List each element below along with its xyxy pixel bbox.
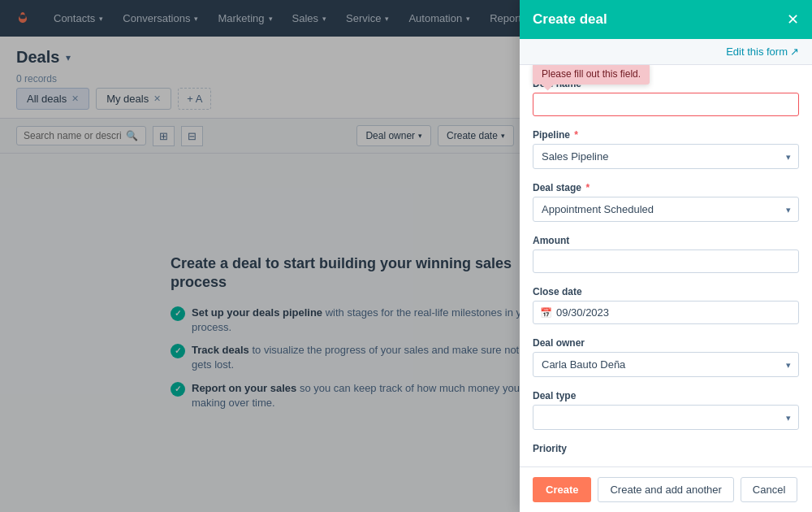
- deal-owner-select-wrap: Carla Bauto Deña: [533, 352, 799, 377]
- external-link-icon: ↗: [790, 46, 799, 58]
- close-date-wrap: 📅: [533, 301, 799, 324]
- modal-header: Create deal ✕: [520, 0, 812, 39]
- modal-subheader: Edit this form ↗: [520, 39, 812, 65]
- close-date-input[interactable]: [533, 301, 799, 324]
- deal-name-tooltip-wrap: Please fill out this field.: [533, 93, 799, 116]
- create-deal-modal: Create deal ✕ Edit this form ↗ Deal name…: [520, 0, 812, 512]
- create-and-add-button[interactable]: Create and add another: [598, 477, 733, 502]
- deal-name-input[interactable]: [533, 93, 799, 116]
- deal-name-group: Deal name * Please fill out this field.: [533, 78, 799, 116]
- deal-owner-group: Deal owner Carla Bauto Deña: [533, 337, 799, 377]
- pipeline-label: Pipeline *: [533, 129, 799, 141]
- tooltip-box: Please fill out this field.: [533, 65, 650, 85]
- modal-title: Create deal: [533, 11, 607, 28]
- deal-stage-label: Deal stage *: [533, 182, 799, 193]
- close-date-label: Close date: [533, 286, 799, 297]
- deal-type-select-wrap: [533, 405, 799, 430]
- pipeline-select-wrap: Sales Pipeline: [533, 144, 799, 169]
- deal-stage-required: *: [585, 182, 590, 193]
- edit-form-link[interactable]: Edit this form ↗: [726, 46, 799, 58]
- deal-stage-select-wrap: Appointment Scheduled: [533, 197, 799, 222]
- modal-footer: Create Create and add another Cancel: [520, 466, 812, 512]
- priority-label: Priority: [533, 443, 799, 454]
- create-button[interactable]: Create: [533, 477, 591, 502]
- deal-stage-field[interactable]: Appointment Scheduled: [533, 197, 799, 222]
- deal-type-label: Deal type: [533, 390, 799, 401]
- pipeline-group: Pipeline * Sales Pipeline: [533, 129, 799, 169]
- amount-label: Amount: [533, 235, 799, 246]
- pipeline-field[interactable]: Sales Pipeline: [533, 144, 799, 169]
- modal-body: Deal name * Please fill out this field. …: [520, 65, 812, 466]
- deal-owner-field[interactable]: Carla Bauto Deña: [533, 352, 799, 377]
- deal-stage-group: Deal stage * Appointment Scheduled: [533, 182, 799, 222]
- deal-type-group: Deal type: [533, 390, 799, 430]
- deal-type-field[interactable]: [533, 405, 799, 430]
- close-date-group: Close date 📅: [533, 286, 799, 324]
- pipeline-required: *: [574, 129, 578, 141]
- amount-input[interactable]: [533, 249, 799, 273]
- cancel-button[interactable]: Cancel: [741, 477, 797, 502]
- priority-group: Priority: [533, 443, 799, 454]
- deal-owner-label: Deal owner: [533, 337, 799, 349]
- modal-overlay: Create deal ✕ Edit this form ↗ Deal name…: [0, 0, 812, 512]
- amount-group: Amount: [533, 235, 799, 273]
- modal-close-button[interactable]: ✕: [787, 12, 799, 27]
